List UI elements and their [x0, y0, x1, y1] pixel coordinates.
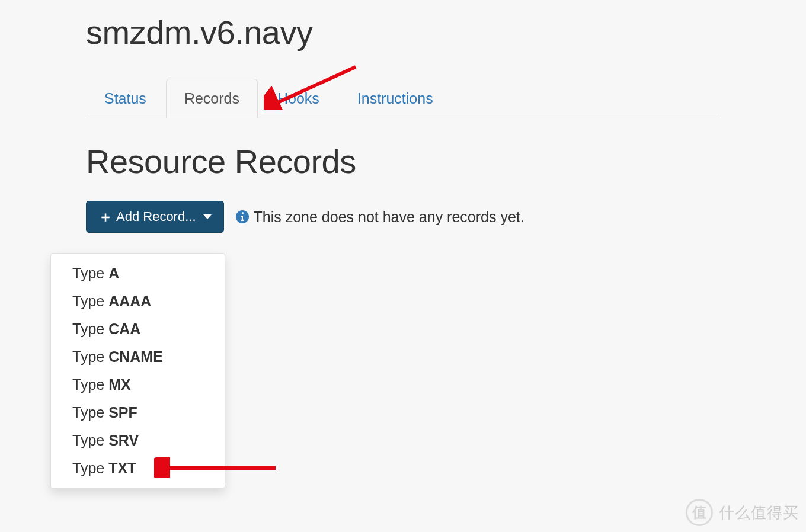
- tab-records[interactable]: Records: [166, 79, 258, 118]
- caret-down-icon: [203, 214, 212, 219]
- tab-hooks[interactable]: Hooks: [259, 79, 338, 118]
- add-record-button[interactable]: ＋ Add Record...: [86, 201, 224, 233]
- dropdown-item-aaaa[interactable]: Type AAAA: [51, 287, 225, 315]
- section-title: Resource Records: [86, 142, 720, 181]
- empty-state: This zone does not have any records yet.: [236, 209, 524, 226]
- plus-icon: ＋: [98, 210, 113, 224]
- dropdown-item-cname[interactable]: Type CNAME: [51, 343, 225, 371]
- dropdown-item-srv[interactable]: Type SRV: [51, 427, 225, 454]
- tab-status[interactable]: Status: [86, 79, 165, 118]
- dropdown-item-a[interactable]: Type A: [51, 259, 225, 287]
- dropdown-item-spf[interactable]: Type SPF: [51, 399, 225, 427]
- empty-state-text: This zone does not have any records yet.: [254, 209, 524, 226]
- watermark-text: 什么值得买: [719, 502, 799, 523]
- domain-title: smzdm.v6.navy: [86, 13, 720, 52]
- watermark-badge: 值: [686, 499, 713, 526]
- dropdown-item-mx[interactable]: Type MX: [51, 371, 225, 399]
- add-record-dropdown: Type A Type AAAA Type CAA Type CNAME Typ…: [50, 253, 225, 489]
- tab-instructions[interactable]: Instructions: [339, 79, 452, 118]
- tabs-list: Status Records Hooks Instructions: [86, 79, 720, 118]
- dropdown-item-caa[interactable]: Type CAA: [51, 315, 225, 343]
- watermark: 值 什么值得买: [686, 499, 799, 526]
- dropdown-item-txt[interactable]: Type TXT: [51, 454, 225, 482]
- add-record-button-label: Add Record...: [116, 209, 196, 225]
- tabs-bar: Status Records Hooks Instructions: [86, 79, 720, 118]
- info-icon: [236, 210, 249, 223]
